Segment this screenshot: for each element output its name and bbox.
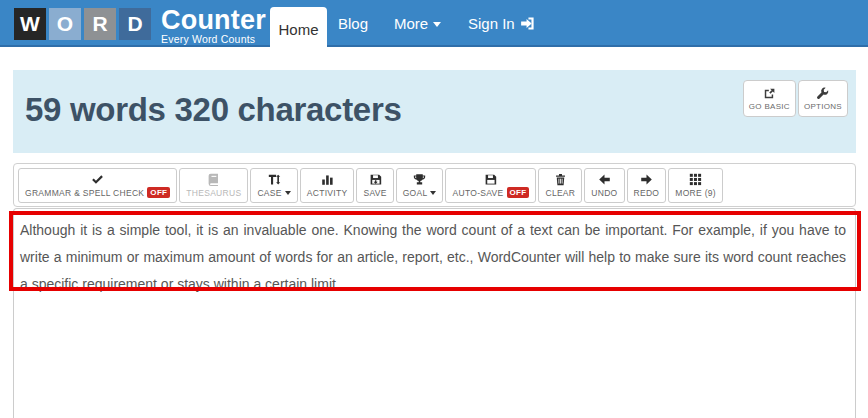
logo-letter-d: D [119,8,151,40]
more-button[interactable]: MORE (9) [668,168,723,203]
thesaurus-label: THESAURUS [186,188,241,198]
arrow-right-icon [640,173,653,186]
word-count-title: 59 words 320 characters [25,91,402,129]
bar-chart-icon [321,173,334,186]
editor-toolbar: GRAMMAR & SPELL CHECK OFF THESAURUS CASE… [13,163,856,207]
save-download-icon [369,173,382,186]
grammar-spell-check-label: GRAMMAR & SPELL CHECK [25,188,144,198]
editor-text: Although it is a simple tool, it is an i… [14,209,855,298]
chevron-down-icon [433,22,441,27]
logo-letter-o: O [49,8,81,40]
check-icon [91,173,104,186]
clear-label: CLEAR [545,188,575,198]
top-navbar: W O R D Counter Every Word Counts Home B… [0,0,868,47]
save-button[interactable]: SAVE [356,168,393,203]
nav-link-more[interactable]: More [394,0,441,47]
trash-icon [554,173,567,186]
go-basic-label: GO BASIC [749,102,790,111]
logo-letter-r: R [84,8,116,40]
options-label: OPTIONS [804,102,842,111]
auto-save-off-badge: OFF [507,187,530,198]
external-link-icon [763,87,776,100]
thesaurus-button[interactable]: THESAURUS [179,168,248,203]
nav-tab-home[interactable]: Home [270,7,327,51]
book-icon [207,173,220,186]
options-button[interactable]: OPTIONS [798,80,848,117]
brand-text: Counter Every Word Counts [161,8,266,45]
case-button[interactable]: CASE [250,168,297,203]
undo-label: UNDO [591,188,617,198]
grammar-spell-check-button[interactable]: GRAMMAR & SPELL CHECK OFF [18,168,177,203]
nav-link-blog[interactable]: Blog [338,0,368,47]
brand-name: Counter [161,8,266,32]
undo-button[interactable]: UNDO [584,168,624,203]
logo-letter-w: W [14,8,46,40]
auto-save-label: AUTO-SAVE [452,188,503,198]
trophy-icon [413,173,426,186]
chevron-down-icon [430,191,436,195]
sign-in-icon [520,16,535,31]
activity-button[interactable]: ACTIVITY [300,168,355,203]
arrow-left-icon [598,173,611,186]
goal-label: GOAL [403,188,428,198]
grammar-off-badge: OFF [147,187,170,198]
nav-link-sign-in[interactable]: Sign In [468,0,535,47]
count-header: 59 words 320 characters GO BASIC OPTIONS [13,70,856,153]
activity-label: ACTIVITY [307,188,348,198]
auto-save-button[interactable]: AUTO-SAVE OFF [445,168,536,203]
save-icon [484,173,497,186]
save-label: SAVE [363,188,386,198]
text-height-icon [268,173,281,186]
text-editor-area[interactable]: Although it is a simple tool, it is an i… [13,208,856,418]
clear-button[interactable]: CLEAR [538,168,582,203]
wrench-icon [816,87,829,100]
redo-label: REDO [634,188,660,198]
go-basic-button[interactable]: GO BASIC [743,80,796,117]
wordcounter-logo[interactable]: W O R D Counter Every Word Counts [14,8,266,45]
chevron-down-icon [285,191,291,195]
case-label: CASE [257,188,281,198]
nav-signin-label: Sign In [468,15,515,32]
nav-more-label: More [394,15,428,32]
header-buttons: GO BASIC OPTIONS [743,80,848,117]
goal-button[interactable]: GOAL [396,168,444,203]
brand-tagline: Every Word Counts [161,33,266,45]
grid-icon [689,173,702,186]
redo-button[interactable]: REDO [627,168,667,203]
more-label: MORE (9) [675,188,716,198]
